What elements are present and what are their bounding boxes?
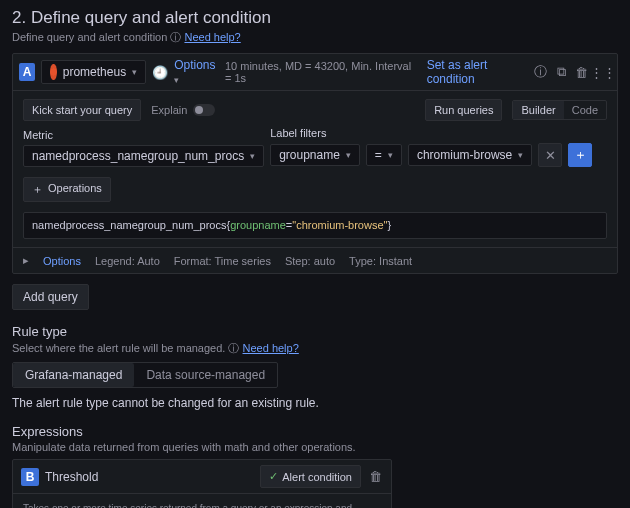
legend-info: Legend: Auto: [95, 255, 160, 267]
trash-icon[interactable]: 🗑: [575, 64, 589, 80]
run-queries-button[interactable]: Run queries: [425, 99, 502, 121]
tab-ds-managed[interactable]: Data source-managed: [134, 363, 277, 387]
info-icon: ⓘ: [170, 31, 184, 43]
query-string: namedprocess_namegroup_num_procs{groupna…: [23, 212, 607, 239]
check-icon: ✓: [269, 470, 278, 483]
filter-key-select[interactable]: groupname ▾: [270, 144, 360, 166]
section-subtitle: Define query and alert condition ⓘ Need …: [12, 30, 618, 45]
kick-start-button[interactable]: Kick start your query: [23, 99, 141, 121]
expr-desc: Takes one or more time series returned f…: [23, 502, 381, 508]
builder-tab[interactable]: Builder: [513, 101, 563, 119]
ruletype-help[interactable]: Need help?: [243, 342, 299, 354]
type-info: Type: Instant: [349, 255, 412, 267]
code-tab[interactable]: Code: [564, 101, 606, 119]
expression-card: B Threshold ✓ Alert condition 🗑 Takes on…: [12, 459, 392, 508]
expr-name: Threshold: [45, 470, 98, 484]
add-query-button[interactable]: Add query: [12, 284, 89, 310]
filter-op-select[interactable]: = ▾: [366, 144, 402, 166]
metric-label: Metric: [23, 129, 264, 141]
datasource-select[interactable]: prometheus ▾: [41, 60, 146, 84]
query-options-toggle[interactable]: Options ▾: [174, 58, 219, 86]
metric-select[interactable]: namedprocess_namegroup_num_procs ▾: [23, 145, 264, 167]
filters-label: Label filters: [270, 127, 592, 139]
time-info: 10 minutes, MD = 43200, Min. Interval = …: [225, 60, 415, 84]
expr-badge[interactable]: B: [21, 468, 39, 486]
ruletype-note: The alert rule type cannot be changed fo…: [12, 396, 618, 410]
add-filter-button[interactable]: ＋: [568, 143, 592, 167]
delete-expr-icon[interactable]: 🗑: [367, 469, 383, 485]
remove-filter-button[interactable]: ✕: [538, 143, 562, 167]
format-info: Format: Time series: [174, 255, 271, 267]
chevron-down-icon: ▾: [132, 67, 137, 77]
footer-options[interactable]: Options: [43, 255, 81, 267]
ruletype-tabs: Grafana-managed Data source-managed: [12, 362, 278, 388]
explain-toggle[interactable]: Explain: [151, 104, 215, 116]
ruletype-title: Rule type: [12, 324, 618, 339]
drag-icon[interactable]: ⋮⋮: [595, 64, 611, 80]
step-info: Step: auto: [285, 255, 335, 267]
query-panel: A prometheus ▾ 🕘 Options ▾ 10 minutes, M…: [12, 53, 618, 274]
alert-condition-chip[interactable]: ✓ Alert condition: [260, 465, 361, 488]
expressions-title: Expressions: [12, 424, 618, 439]
info-icon[interactable]: ⓘ: [534, 64, 548, 80]
clock-icon[interactable]: 🕘: [152, 64, 168, 80]
operations-button[interactable]: ＋ Operations: [23, 177, 111, 202]
section-title: 2. Define query and alert condition: [12, 8, 618, 28]
help-link[interactable]: Need help?: [184, 31, 240, 43]
builder-code-switch[interactable]: Builder Code: [512, 100, 607, 120]
query-footer: ▸ Options Legend: Auto Format: Time seri…: [13, 247, 617, 273]
filter-value-select[interactable]: chromium-browse ▾: [408, 144, 532, 166]
ruletype-sub: Select where the alert rule will be mana…: [12, 341, 618, 356]
query-header: A prometheus ▾ 🕘 Options ▾ 10 minutes, M…: [13, 54, 617, 91]
set-alert-condition[interactable]: Set as alert condition: [427, 58, 528, 86]
copy-icon[interactable]: ⧉: [554, 64, 568, 80]
expand-icon[interactable]: ▸: [23, 254, 29, 267]
prometheus-icon: [50, 64, 57, 80]
expressions-sub: Manipulate data returned from queries wi…: [12, 441, 618, 453]
tab-grafana-managed[interactable]: Grafana-managed: [13, 363, 134, 387]
query-badge[interactable]: A: [19, 63, 35, 81]
